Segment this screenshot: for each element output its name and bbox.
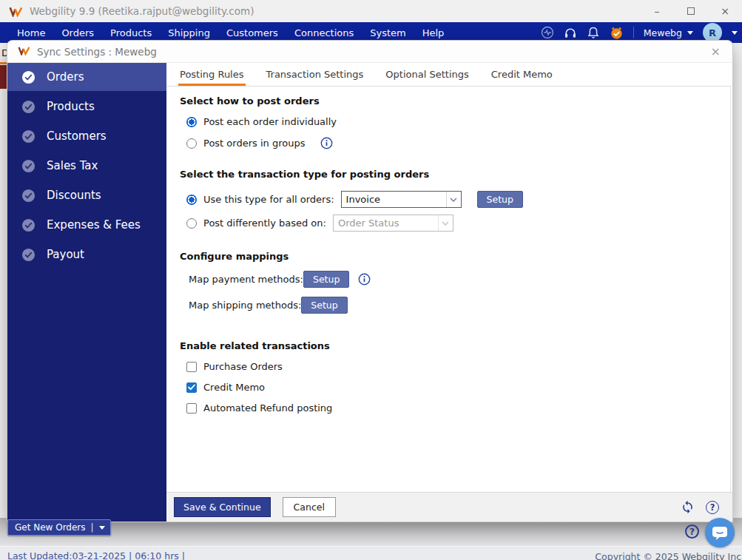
sidebar-item-label: Discounts — [47, 189, 101, 202]
get-new-orders-button[interactable]: Get New Orders | — [7, 519, 111, 536]
map-shipping-setup-button[interactable]: Setup — [301, 297, 347, 314]
menubar-divider — [633, 27, 634, 38]
menu-help[interactable]: Help — [414, 27, 453, 38]
transaction-type-select[interactable]: Invoice — [341, 191, 462, 208]
dialog-title: Sync Settings : Mewebg — [37, 46, 157, 58]
alarm-check-icon[interactable] — [610, 26, 624, 40]
sidebar-item-payout[interactable]: Payout — [7, 240, 166, 269]
tab-optional-settings[interactable]: Optional Settings — [385, 69, 468, 86]
radio-row-individual: Post each order individually — [186, 116, 730, 127]
checkbox-credit-memo[interactable] — [186, 382, 197, 393]
background-red-fragment — [0, 65, 7, 89]
radio-post-individually[interactable] — [186, 117, 197, 127]
sidebar-item-label: Expenses & Fees — [47, 218, 141, 232]
dialog-webgility-logo-icon — [18, 44, 30, 58]
dialog-footer: Save & Continue Cancel ? — [166, 492, 732, 522]
menubar-right-icons: Mewebg R — [541, 23, 742, 42]
chat-icon[interactable] — [705, 518, 735, 547]
sidebar-item-customers[interactable]: Customers — [7, 122, 166, 150]
section-heading-transaction-type: Select the transaction type for posting … — [180, 169, 730, 180]
tab-posting-rules[interactable]: Posting Rules — [180, 69, 244, 86]
menu-system[interactable]: System — [362, 27, 414, 38]
check-circle-icon — [21, 129, 36, 144]
radio-row-all-orders: Use this type for all orders: Invoice Se… — [186, 191, 730, 208]
menu-customers[interactable]: Customers — [218, 27, 286, 38]
sidebar-item-discounts[interactable]: Discounts — [7, 181, 166, 209]
menu-home[interactable]: Home — [9, 27, 53, 38]
transaction-type-setup-button[interactable]: Setup — [477, 191, 523, 208]
help-icon[interactable]: ? — [706, 501, 719, 514]
info-icon[interactable] — [320, 137, 333, 149]
check-circle-icon — [21, 189, 36, 203]
sync-settings-dialog: Sync Settings : Mewebg × Orders Products… — [7, 41, 732, 522]
sidebar-item-orders[interactable]: Orders — [7, 63, 166, 91]
main-menubar: Home Orders Products Shipping Customers … — [0, 22, 742, 43]
radio-row-groups: Post orders in groups — [186, 137, 730, 149]
sidebar-item-label: Customers — [47, 129, 107, 143]
menu-connections[interactable]: Connections — [286, 27, 362, 38]
maximize-button[interactable] — [674, 0, 708, 22]
checkbox-automated-refund[interactable] — [186, 403, 197, 414]
sync-refresh-icon[interactable] — [681, 500, 695, 514]
user-avatar[interactable]: R — [703, 23, 722, 42]
button-separator: | — [91, 522, 94, 533]
dialog-header: Sync Settings : Mewebg × — [7, 41, 732, 63]
map-payment-setup-button[interactable]: Setup — [303, 271, 349, 288]
sidebar-item-label: Products — [47, 100, 95, 113]
status-last-updated: Last Updated:03-21-2025 | 06:10 hrs | — [7, 550, 185, 560]
menu-shipping[interactable]: Shipping — [160, 27, 218, 38]
check-icon — [188, 384, 195, 391]
sidebar-item-products[interactable]: Products — [7, 92, 166, 121]
account-name: Mewebg — [644, 27, 682, 38]
select-value: Invoice — [346, 194, 380, 205]
checkbox-row-auto-refund: Automated Refund posting — [186, 402, 730, 414]
avatar-chevron-down-icon[interactable] — [732, 31, 738, 35]
headphones-icon[interactable] — [564, 26, 577, 39]
select-value: Order Status — [338, 217, 399, 229]
activity-icon[interactable] — [541, 26, 554, 39]
radio-use-type-all-orders[interactable] — [186, 195, 197, 205]
dialog-body: Orders Products Customers Sales Tax Disc… — [7, 63, 732, 522]
radio-post-in-groups[interactable] — [186, 138, 197, 149]
radio-row-differently: Post differently based on: Order Status — [186, 215, 730, 232]
footer-icons: ? — [681, 500, 719, 514]
tab-credit-memo[interactable]: Credit Memo — [491, 69, 553, 86]
notifications-bell-icon[interactable] — [587, 26, 600, 39]
menu-products[interactable]: Products — [102, 27, 160, 38]
map-payment-row: Map payment methods: Setup — [189, 271, 730, 288]
window-title: Webgility 9.9 (Reetika.rajput@webgility.… — [30, 5, 254, 17]
help-icon[interactable]: ? — [685, 524, 699, 539]
sidebar-item-label: Sales Tax — [47, 159, 98, 172]
get-new-orders-chevron-icon[interactable] — [99, 526, 105, 530]
webgility-logo-icon — [9, 6, 23, 17]
radio-label: Post each order individually — [203, 116, 337, 127]
section-heading-related-transactions: Enable related transactions — [180, 340, 730, 351]
copyright-text: Copyright © 2025 Webgility Inc. — [595, 551, 742, 560]
section-heading-how-to-post: Select how to post orders — [180, 95, 730, 107]
sidebar-item-label: Orders — [47, 70, 84, 84]
minimize-button[interactable]: – — [640, 0, 674, 22]
order-status-select: Order Status — [333, 215, 453, 232]
account-dropdown[interactable]: Mewebg — [644, 27, 693, 38]
info-icon[interactable] — [358, 273, 371, 286]
window-close-button[interactable]: × — [708, 0, 742, 22]
sidebar-item-sales-tax[interactable]: Sales Tax — [7, 152, 166, 180]
menu-orders[interactable]: Orders — [53, 27, 102, 38]
chevron-down-icon — [438, 215, 453, 231]
dialog-close-icon[interactable]: × — [711, 46, 721, 58]
cancel-button[interactable]: Cancel — [283, 497, 336, 517]
map-shipping-row: Map shipping methods: Setup — [189, 297, 730, 314]
check-circle-icon — [21, 100, 36, 114]
checkbox-row-credit-memo: Credit Memo — [186, 382, 730, 393]
check-circle-icon — [21, 218, 36, 232]
chevron-down-icon — [687, 31, 693, 35]
sidebar-item-expenses-fees[interactable]: Expenses & Fees — [7, 211, 166, 239]
tab-transaction-settings[interactable]: Transaction Settings — [266, 69, 364, 86]
map-shipping-label: Map shipping methods: — [189, 300, 301, 311]
bottom-toolbar — [0, 518, 742, 546]
check-circle-icon — [21, 70, 36, 84]
checkbox-purchase-orders[interactable] — [186, 362, 197, 372]
radio-post-differently[interactable] — [186, 218, 197, 229]
map-payment-label: Map payment methods: — [189, 274, 303, 285]
save-continue-button[interactable]: Save & Continue — [174, 497, 271, 517]
